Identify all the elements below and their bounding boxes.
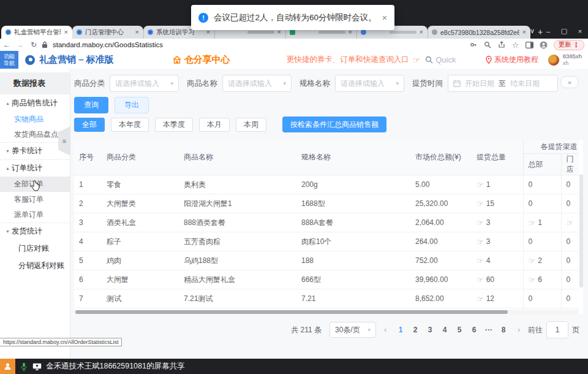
pickup-hand-icon[interactable] [477, 276, 484, 284]
password-key-icon[interactable] [469, 40, 478, 49]
time-range-pill[interactable]: 本周 [236, 118, 266, 132]
tab-title-placeholder [390, 31, 417, 34]
back-icon[interactable] [0, 40, 13, 49]
address-bar[interactable]: standard.maboy.cn/GoodsStatistics [53, 41, 163, 48]
cell-amount: 2,064.00 [410, 213, 472, 232]
pickup-hand-icon[interactable] [477, 219, 484, 227]
side-panel-icon[interactable] [526, 40, 534, 49]
page-numbers: 1 2 3 4 5 6 ··· 8 [394, 326, 510, 334]
table-vertical-scrollbar[interactable] [579, 174, 583, 288]
pickup-hand-icon[interactable] [477, 238, 484, 246]
page-number[interactable]: 5 [453, 326, 466, 334]
bookmark-star-icon[interactable] [511, 40, 520, 49]
store-hand-icon[interactable] [567, 219, 574, 227]
tab-favicon-icon [219, 29, 224, 35]
cell-index: 2 [74, 194, 102, 213]
sidebar-item-label: 实物商品 [14, 114, 43, 124]
search-button[interactable]: 查询 [74, 97, 108, 113]
sidebar-item-label: 派单订单 [14, 210, 43, 220]
function-nav-button[interactable]: 功能导航 [0, 51, 18, 69]
share-icon[interactable] [497, 40, 506, 49]
browser-tab[interactable]: 门店管理中心 [72, 26, 143, 39]
quick-search[interactable]: Quick [425, 55, 456, 64]
export-button[interactable]: 导出 [115, 97, 149, 113]
quick-entry-promo[interactable]: 更快捷的券卡、订单和快递查询入口 [287, 55, 421, 65]
tab-search-icon[interactable] [528, 27, 537, 35]
window-maximize-icon[interactable] [560, 27, 568, 35]
table-row: 7 测试 7.21测试 7.21 8,652.00 12 0 0 [74, 289, 579, 308]
tab-close-icon[interactable] [64, 29, 68, 36]
profile-icon[interactable] [540, 40, 548, 49]
pickup-hand-icon[interactable] [477, 295, 484, 303]
browser-update-button[interactable]: 更新 [554, 40, 585, 50]
date-range-input[interactable]: 开始日期 至 结束日期 [448, 75, 558, 92]
time-range-pill[interactable]: 本季度 [155, 118, 193, 132]
taskbar-person-icon[interactable] [0, 359, 15, 374]
toast-close-icon[interactable]: × [382, 12, 388, 23]
tab-close-icon[interactable] [420, 29, 423, 36]
filter-select[interactable]: 请选择或输入 [335, 75, 404, 92]
hq-hand-icon[interactable] [529, 219, 536, 227]
tutorial-link[interactable]: 系统使用教程 [486, 55, 538, 65]
time-range-pill[interactable]: 全部 [74, 118, 105, 132]
sidebar-item[interactable]: 订单统计 [0, 159, 70, 177]
sidebar-item[interactable]: 发货统计 [0, 223, 70, 240]
pagination: 共 211 条 30条/页 1 2 3 4 5 6 ··· 8 [291, 322, 579, 338]
screen-share-icon[interactable] [32, 363, 42, 370]
tab-close-icon[interactable] [135, 29, 139, 36]
page-number[interactable]: 6 [468, 326, 480, 334]
filter-label: 商品名称 [187, 78, 217, 89]
sidebar-item[interactable]: 商品销售统计 [0, 94, 70, 112]
summary-button[interactable]: 按检索条件汇总商品销售额 [282, 116, 386, 132]
page-number[interactable]: ··· [483, 326, 495, 334]
hq-hand-icon[interactable] [529, 257, 536, 265]
cell-spec: 188 [296, 251, 410, 270]
pickup-hand-icon[interactable] [477, 181, 484, 189]
sidebar-item[interactable]: 门店对账 [0, 240, 70, 257]
page-size-select[interactable]: 30条/页 [330, 322, 376, 338]
cell-name: 乌鸡188型 [179, 251, 296, 270]
user-avatar[interactable] [548, 55, 559, 66]
page-number[interactable]: 8 [497, 326, 510, 334]
filter-select[interactable]: 请选择或输入 [110, 75, 179, 92]
page-number[interactable]: 4 [439, 326, 451, 334]
microphone-icon[interactable] [21, 362, 27, 371]
sidebar-item[interactable]: 分销返利对账 [0, 257, 70, 274]
pickup-hand-icon[interactable] [477, 200, 484, 208]
goto-page-input[interactable] [546, 321, 568, 338]
page-number[interactable]: 2 [409, 326, 421, 334]
prev-page-icon[interactable] [384, 326, 386, 334]
filter-select[interactable]: 请选择或输入 [222, 75, 292, 92]
time-range-tabs: 全部 本年度 本季度 本月 本周 按检索条件汇总商品销售额 [74, 116, 386, 132]
sidebar-item[interactable]: 实物商品 [0, 112, 70, 127]
sidebar-item[interactable]: 派单订单 [0, 207, 70, 223]
username: 8385xh xh [563, 53, 582, 67]
tab-close-icon[interactable] [522, 29, 526, 36]
forward-icon[interactable] [13, 40, 27, 49]
expand-filters-button[interactable] [560, 76, 579, 88]
tab-favicon-icon [290, 29, 295, 35]
pickup-hand-icon[interactable] [477, 257, 484, 265]
zoom-icon[interactable] [483, 40, 492, 49]
time-range-pill[interactable]: 本月 [199, 118, 230, 132]
cell-hq: 0 [523, 175, 561, 194]
table-horizontal-scrollbar[interactable] [74, 310, 579, 315]
time-range-pill[interactable]: 本年度 [111, 118, 149, 132]
browser-tab[interactable]: e8c573980b1328a258fd2e6f8 [428, 26, 530, 39]
window-close-icon[interactable] [576, 28, 584, 35]
cell-index: 3 [74, 213, 102, 232]
sidebar-item[interactable]: 客服订单 [0, 192, 70, 207]
next-page-icon[interactable] [518, 326, 520, 334]
sidebar-item[interactable]: 数据报表 [0, 72, 70, 94]
reload-icon[interactable] [27, 40, 40, 49]
cell-pickup-total: 4 [472, 251, 523, 270]
window-minimize-icon[interactable] [544, 28, 552, 35]
share-center-link[interactable]: 仓分享中心 [173, 54, 230, 66]
browser-tab[interactable]: 礼盒营销平台管理中心 [1, 26, 72, 39]
page-number[interactable]: 3 [424, 326, 436, 334]
hq-hand-icon[interactable] [529, 276, 536, 284]
lock-icon[interactable] [40, 40, 49, 49]
location-pin-icon [486, 56, 492, 64]
section-arrow-icon [5, 229, 10, 234]
page-number[interactable]: 1 [394, 326, 407, 334]
